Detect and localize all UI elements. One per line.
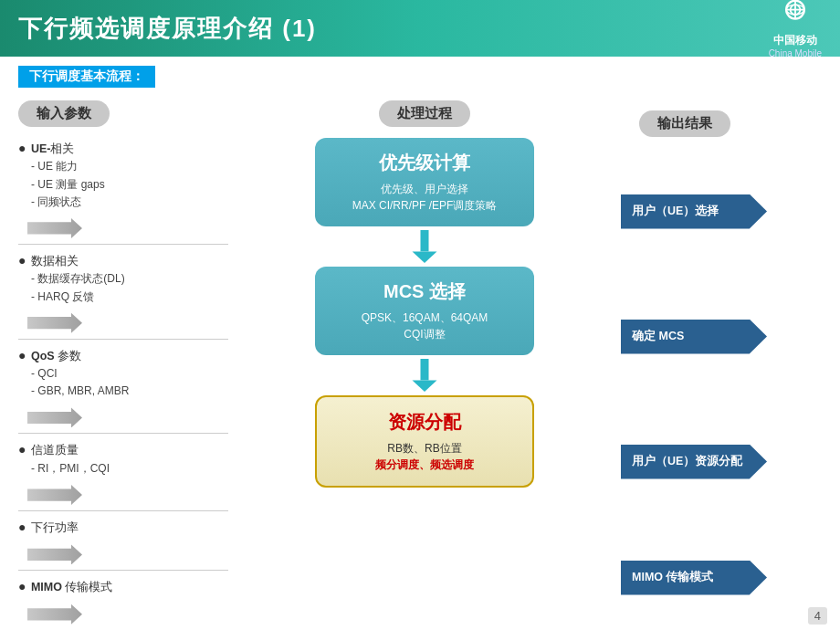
output-column: 输出结果 用户（UE）选择 确定 MCS 用户（UE）资源分配 bbox=[621, 100, 822, 621]
right-arrow-icon bbox=[27, 218, 82, 238]
list-item: ● QoS 参数 - QCI - GBR, MBR, AMBR bbox=[18, 345, 228, 401]
divider bbox=[18, 510, 228, 511]
process-box-mcs: MCS 选择 QPSK、16QAM、64QAMCQI调整 bbox=[315, 267, 534, 355]
bullet-icon: ● bbox=[18, 348, 26, 362]
process-title-mcs: MCS 选择 bbox=[330, 279, 520, 304]
output-arrow-1: 用户（UE）选择 bbox=[621, 194, 822, 229]
item-sub: - RI，PMI，CQI bbox=[18, 460, 228, 478]
down-arrow-icon-2 bbox=[411, 359, 438, 392]
process-subtitle-priority: 优先级、用户选择MAX CI/RR/PF /EPF调度策略 bbox=[330, 181, 520, 214]
list-item: ● 数据相关 - 数据缓存状态(DL) - HARQ 反馈 bbox=[18, 250, 228, 306]
list-item: ● 下行功率 bbox=[18, 517, 228, 537]
divider bbox=[18, 433, 228, 434]
item-text: 相关 bbox=[50, 142, 74, 155]
svg-marker-6 bbox=[413, 251, 437, 263]
svg-marker-8 bbox=[413, 380, 437, 392]
main-content: 下行调度基本流程： 输入参数 ● UE-相关 - UE 能力 - UE 测量 g… bbox=[0, 57, 840, 630]
bullet-icon: ● bbox=[18, 253, 26, 268]
item-text: 下行功率 bbox=[31, 521, 79, 534]
output-label-1: 用户（UE）选择 bbox=[632, 204, 719, 219]
output-label-4: MIMO 传输模式 bbox=[632, 570, 714, 585]
header: 下行频选调度原理介绍 (1) 中国移动 China Mobile bbox=[0, 0, 840, 57]
output-label-2: 确定 MCS bbox=[632, 329, 684, 344]
bullet-icon: ● bbox=[18, 579, 26, 593]
process-title-resource: 资源分配 bbox=[331, 410, 518, 435]
logo-company-name: 中国移动 bbox=[773, 33, 817, 48]
item-sub: - QCI bbox=[18, 365, 228, 383]
divider bbox=[18, 339, 228, 340]
arrow-shape-2: 确定 MCS bbox=[621, 320, 767, 354]
output-header: 输出结果 bbox=[639, 110, 730, 137]
down-arrow-icon-1 bbox=[411, 230, 438, 263]
output-label-3: 用户（UE）资源分配 bbox=[632, 454, 742, 469]
right-arrow-icon bbox=[27, 313, 82, 333]
item-sub: - 同频状态 bbox=[18, 194, 228, 211]
right-arrow-icon bbox=[27, 407, 82, 427]
arrow-shape-3: 用户（UE）资源分配 bbox=[621, 445, 767, 479]
process-box-priority: 优先级计算 优先级、用户选择MAX CI/RR/PF /EPF调度策略 bbox=[315, 138, 534, 226]
right-arrow-icon bbox=[27, 604, 82, 625]
item-sub: - UE 能力 bbox=[18, 158, 228, 175]
process-column: 处理过程 优先级计算 优先级、用户选择MAX CI/RR/PF /EPF调度策略… bbox=[237, 100, 612, 621]
process-subtitle-mcs: QPSK、16QAM、64QAMCQI调整 bbox=[330, 310, 520, 342]
item-sub: - UE 测量 gaps bbox=[18, 176, 228, 194]
item-text: 传输模式 bbox=[62, 581, 112, 593]
process-title-priority: 优先级计算 bbox=[330, 151, 520, 175]
logo-area: 中国移动 China Mobile bbox=[769, 0, 822, 58]
page-number: 4 bbox=[808, 607, 827, 625]
divider bbox=[18, 244, 228, 245]
item-bold: QoS bbox=[31, 350, 55, 362]
section-header: 下行调度基本流程： bbox=[18, 66, 155, 88]
item-sub: - HARQ 反馈 bbox=[18, 289, 228, 306]
item-bold: UE- bbox=[31, 142, 51, 155]
svg-rect-7 bbox=[421, 359, 429, 380]
columns-container: 输入参数 ● UE-相关 - UE 能力 - UE 测量 gaps - 同频状态… bbox=[18, 100, 822, 621]
process-box-resource: 资源分配 RB数、RB位置 频分调度、频选调度 bbox=[315, 395, 534, 488]
right-arrow-icon bbox=[27, 544, 82, 564]
item-bold: MIMO bbox=[31, 581, 62, 593]
item-text: 数据相关 bbox=[31, 255, 79, 268]
bullet-icon: ● bbox=[18, 141, 26, 155]
output-arrow-2: 确定 MCS bbox=[621, 320, 822, 354]
divider bbox=[18, 570, 228, 571]
item-sub: - GBR, MBR, AMBR bbox=[18, 383, 228, 400]
arrow-shape-1: 用户（UE）选择 bbox=[621, 194, 767, 229]
input-header: 输入参数 bbox=[18, 100, 110, 127]
bullet-icon: ● bbox=[18, 442, 26, 457]
list-item: ● MIMO 传输模式 bbox=[18, 576, 228, 596]
input-column: 输入参数 ● UE-相关 - UE 能力 - UE 测量 gaps - 同频状态… bbox=[18, 100, 228, 621]
output-arrow-3: 用户（UE）资源分配 bbox=[621, 445, 822, 479]
process-header: 处理过程 bbox=[379, 100, 470, 127]
list-item: ● UE-相关 - UE 能力 - UE 测量 gaps - 同频状态 bbox=[18, 138, 228, 211]
item-sub: - 数据缓存状态(DL) bbox=[18, 270, 228, 288]
china-mobile-logo-icon bbox=[779, 0, 812, 31]
item-text: 参数 bbox=[55, 350, 81, 362]
svg-rect-5 bbox=[421, 230, 429, 251]
process-subtitle-resource: RB数、RB位置 频分调度、频选调度 bbox=[331, 440, 518, 473]
input-list: ● UE-相关 - UE 能力 - UE 测量 gaps - 同频状态 ● 数据… bbox=[18, 138, 228, 630]
output-arrow-4: MIMO 传输模式 bbox=[621, 561, 822, 595]
arrow-shape-4: MIMO 传输模式 bbox=[621, 561, 767, 595]
process-subtitle-red: 频分调度、频选调度 bbox=[375, 458, 474, 471]
list-item: ● 信道质量 - RI，PMI，CQI bbox=[18, 439, 228, 478]
item-text: 信道质量 bbox=[31, 444, 79, 457]
page-title: 下行频选调度原理介绍 (1) bbox=[18, 13, 317, 45]
right-arrow-icon bbox=[27, 485, 82, 505]
bullet-icon: ● bbox=[18, 520, 26, 534]
